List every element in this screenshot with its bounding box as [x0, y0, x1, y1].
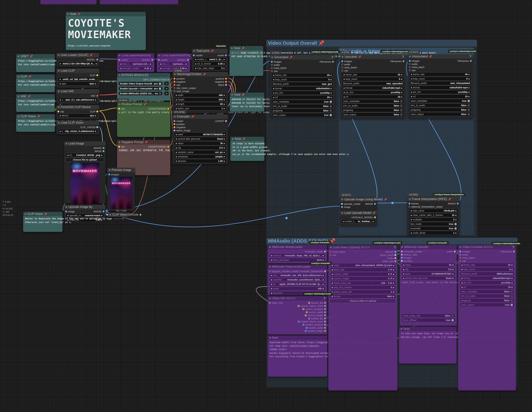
widget-loop_count[interactable]: ◀loop_count0▶: [409, 77, 471, 81]
input-dot-audio[interactable]: [459, 254, 461, 255]
node-header[interactable]: WanImageToVideo📌: [172, 72, 228, 76]
node-header[interactable]: TeaCache📌: [192, 49, 228, 53]
output-dot-audio[interactable]: [454, 251, 456, 252]
output-dot-video_info[interactable]: [394, 260, 396, 262]
prompt-textarea[interactable]: night club scene, rave music in the dist…: [401, 281, 455, 287]
combo-right-icon[interactable]: ▶: [393, 295, 394, 297]
combo-left-icon[interactable]: ◀: [343, 220, 344, 223]
toggle-circle-icon[interactable]: [467, 104, 470, 107]
node-header[interactable]: Load Image: [64, 141, 105, 146]
input-dot-mmaudio_model[interactable]: [401, 251, 403, 252]
combo-right-icon[interactable]: ▶: [224, 133, 225, 136]
output-dot-source_frame_count[interactable]: [324, 305, 326, 307]
upload-button[interactable]: choose file to upload: [66, 157, 104, 162]
combo-left-icon[interactable]: ◀: [331, 295, 333, 297]
input-dot-images[interactable]: [341, 60, 343, 62]
combo-right-icon[interactable]: ▶: [401, 87, 403, 89]
input-dot-model[interactable]: [173, 120, 175, 122]
combo-left-icon[interactable]: ◀: [271, 255, 272, 257]
output-dot-IMAGE[interactable]: [103, 147, 104, 149]
output-dot-MODEL[interactable]: [187, 59, 189, 61]
bypass-arrow-button[interactable]: ➜: [164, 91, 169, 96]
widget-clip_name[interactable]: ◀clip_nameclip_vision_h.safetensors▶: [58, 129, 98, 133]
widget-lora_name[interactable]: ◀lora_namewan\wan...▶: [158, 62, 189, 66]
collapse-dot-icon[interactable]: [18, 116, 19, 117]
combo-right-icon[interactable]: ▶: [401, 78, 403, 80]
input-dot-latent_image[interactable]: [173, 129, 175, 131]
node-header[interactable]: Note: [268, 336, 327, 340]
combo-right-icon[interactable]: ▶: [512, 268, 513, 271]
node-upscale-image-using-model[interactable]: Upscale Image (using Model)📌upscale_mode…: [340, 197, 377, 210]
input-dot-start_image[interactable]: [173, 90, 175, 92]
widget-format[interactable]: ◀formatvideo/h264-mp4▶: [342, 86, 404, 90]
node-load-clip-vision[interactable]: Load CLIP VisionCLIP_VISION◀clip_namecli…: [56, 120, 99, 134]
toggle-Enable Upscale + Interpolate[interactable]: Enable Upscale + Interpolateyes: [119, 87, 163, 90]
input-dot-audio[interactable]: [271, 64, 273, 66]
node-header[interactable]: Negative Prompt📌: [117, 140, 170, 145]
node-header[interactable]: CLIP Vision📌: [16, 114, 55, 119]
combo-right-icon[interactable]: ▶: [323, 279, 324, 281]
collapse-dot-icon[interactable]: [400, 328, 402, 330]
input-dot-clip[interactable]: [57, 111, 59, 112]
widget-denoise[interactable]: ◀denoise1.00▶: [174, 159, 227, 163]
combo-right-icon[interactable]: ▶: [331, 78, 332, 81]
combo-left-icon[interactable]: ◀: [271, 279, 272, 281]
output-dot-loaded_height[interactable]: [324, 330, 326, 332]
input-dot-meta_batch[interactable]: [330, 251, 331, 253]
output-dot-UPSCALE_MODEL[interactable]: [374, 216, 376, 218]
node-header[interactable]: Frame Interpolation (RIFE)📌: [407, 197, 460, 201]
collapse-dot-icon[interactable]: [409, 56, 411, 57]
collapse-dot-icon[interactable]: [109, 214, 111, 216]
node-header[interactable]: UNET📌: [16, 54, 55, 59]
collapse-dot-icon[interactable]: [231, 94, 233, 96]
node-upscaled[interactable]: Upscaled📌?imagesFilenamesaudiometa_batch…: [340, 55, 406, 119]
input-dot-images[interactable]: [108, 174, 110, 175]
widget-format[interactable]: ◀formatvideo/h264-mp4▶: [460, 276, 514, 280]
toggle-circle-icon[interactable]: [400, 100, 403, 103]
widget-mode[interactable]: ◀mode44k▶: [269, 287, 326, 291]
input-dot-bigvgan_vocoder_model[interactable]: [269, 270, 271, 272]
widget-frame_rate[interactable]: ◀frame_rate16▶: [342, 73, 404, 77]
combo-right-icon[interactable]: ▶: [401, 96, 403, 98]
collapse-dot-icon[interactable]: [158, 55, 160, 56]
node-header[interactable]: VAE📌: [16, 94, 55, 98]
node-note-downscale[interactable]: CLIP Vision📌Better to downscale the imag…: [23, 212, 62, 232]
widget-max_skip_steps[interactable]: ◀max_skip_steps3▶: [193, 66, 227, 70]
combo-right-icon[interactable]: ▶: [469, 96, 470, 98]
combo-right-icon[interactable]: ▶: [456, 219, 457, 221]
widget-vae_name[interactable]: ◀vae_namewan_2.1_vae.safetensors▶: [58, 98, 98, 102]
combo-right-icon[interactable]: ▶: [456, 214, 457, 216]
combo-right-icon[interactable]: ▶: [401, 74, 403, 76]
widget-crf[interactable]: ◀crf19▶: [342, 95, 404, 99]
widget-unet_name[interactable]: ◀unet_namewan2.1-i2v-14b-480p-Q6_K...▶: [58, 62, 98, 66]
output-dot-loaded_fps[interactable]: [324, 317, 326, 319]
toggle-fast_mode[interactable]: fast_modetrue: [409, 222, 458, 226]
widget-crf[interactable]: ◀crf19▶: [460, 285, 514, 289]
combo-right-icon[interactable]: ▶: [456, 232, 457, 234]
collapse-dot-icon[interactable]: [269, 297, 271, 299]
toggle-save_output[interactable]: save_outputtrue: [460, 303, 514, 307]
widget-frame_load_cap[interactable]: ◀frame_load_cap129← 0 ⊘▶: [330, 281, 396, 285]
widget-ckpt_name[interactable]: ◀ckpt_namerife49.pth▶: [409, 209, 458, 213]
node-wan-image-to-video[interactable]: WanImageToVideo📌positivepositivenegative…: [172, 72, 228, 113]
widget-cfg[interactable]: ◀cfg6.0▶: [174, 146, 227, 150]
output-dot-Filenames[interactable]: [470, 60, 472, 62]
collapse-dot-icon[interactable]: [58, 54, 60, 56]
widget-device[interactable]: ◀devicecpu▶: [58, 114, 98, 118]
collapse-dot-icon[interactable]: [58, 106, 60, 108]
toggle-circle-icon[interactable]: [400, 113, 403, 116]
node-header[interactable]: LoraLoaderModelOnly: [117, 53, 154, 58]
collapse-dot-icon[interactable]: [119, 74, 120, 76]
toggle-circle-icon[interactable]: [451, 314, 454, 317]
collapse-dot-icon[interactable]: [119, 103, 120, 105]
toggle-mask_away_clip[interactable]: mask_away_clipfalse: [401, 314, 455, 318]
node-header[interactable]: Video Info🎞ⓋⒽⓈ?: [268, 296, 327, 301]
input-dot-optional_interpolation_states[interactable]: [408, 206, 410, 207]
combo-right-icon[interactable]: ▶: [186, 63, 187, 65]
node-positive-prompt[interactable]: Positive Prompt📌clipCONDITIONINGa girl i…: [117, 102, 170, 137]
combo-right-icon[interactable]: ▶: [224, 98, 225, 101]
node-video-combine-mmaudio[interactable]: Video Combine🎞ⓋⒽⓈ?imagesFilenamesaudiome…: [458, 245, 516, 391]
widget-sampler_name[interactable]: ◀sampler_nameuni_pc▶: [174, 150, 227, 154]
toggle-force_offload[interactable]: force_offloadtrue: [401, 318, 455, 322]
input-dot-meta_batch[interactable]: [341, 67, 343, 68]
